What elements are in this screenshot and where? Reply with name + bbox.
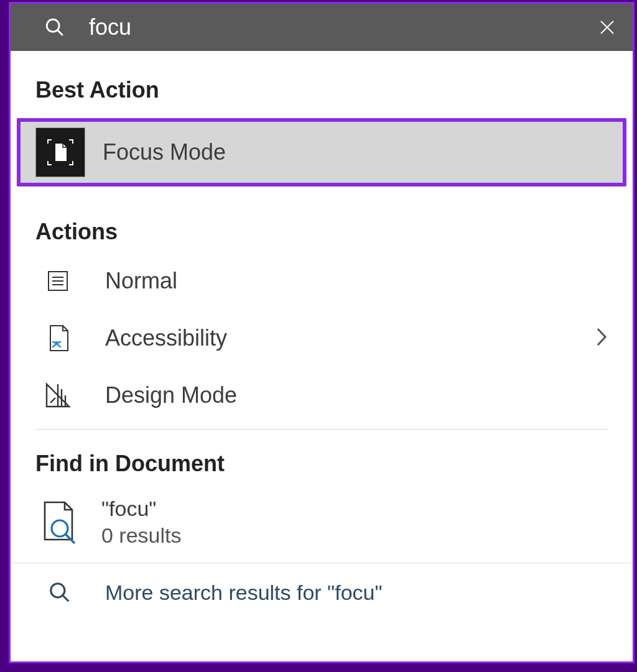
find-text: "focu" 0 results [101,497,182,548]
close-button[interactable] [594,14,620,40]
best-action-label: Focus Mode [103,139,226,165]
design-mode-icon [43,380,73,410]
find-term: "focu" [101,497,182,521]
focus-mode-icon [35,127,85,177]
best-action-focus-mode[interactable]: Focus Mode [17,118,626,186]
svg-line-1 [57,30,63,35]
action-design-mode[interactable]: Design Mode [11,367,633,424]
more-search-results[interactable]: More search results for "focu" [11,563,633,622]
accessibility-icon [43,323,73,353]
svg-point-0 [47,19,59,32]
document-search-icon [39,500,79,544]
action-normal[interactable]: Normal [11,252,633,310]
svg-line-13 [50,398,55,403]
find-in-document-heading: Find in Document [11,430,633,484]
find-results-count: 0 results [101,523,182,548]
svg-point-16 [51,584,65,597]
search-bar [11,4,633,51]
search-input[interactable] [89,14,594,40]
results-body: Best Action Focus Mode Actions [11,51,633,661]
find-in-document-row[interactable]: "focu" 0 results [11,484,633,560]
svg-point-14 [52,520,68,536]
search-icon [47,579,73,605]
action-label: Design Mode [105,382,237,408]
action-label: Normal [105,268,177,294]
more-results-label: More search results for "focu" [105,581,383,605]
search-icon [42,14,68,40]
action-accessibility[interactable]: Accessibility [11,310,633,367]
chevron-right-icon [595,326,608,350]
search-panel: Best Action Focus Mode Actions [9,2,635,663]
svg-line-17 [63,596,69,602]
action-label: Accessibility [105,325,227,351]
best-action-heading: Best Action [11,56,633,111]
actions-heading: Actions [11,198,633,252]
normal-view-icon [43,266,73,296]
